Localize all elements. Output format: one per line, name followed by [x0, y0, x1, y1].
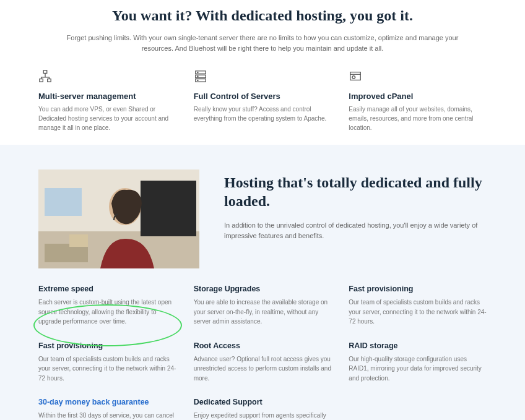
svg-point-6 [197, 72, 198, 72]
top-features-row: Multi-server management You can add more… [38, 69, 487, 132]
feature-desc: Within the first 30 days of service, you… [38, 411, 176, 420]
section2-subtitle: In addition to the unrivaled control of … [224, 220, 487, 241]
hero-title: You want it? With dedicated hosting, you… [38, 7, 487, 24]
feature-money-back: 30-day money back guarantee Within the f… [38, 398, 176, 420]
feature-fast-provisioning-2: Fast provisioning Our team of specialist… [38, 341, 176, 384]
feature-desc: Advance user? Optional full root access … [194, 354, 332, 384]
section-dedicated: Hosting that's totally dedicated and ful… [0, 145, 525, 420]
feature-extreme-speed: Extreme speed Each server is custom-buil… [38, 285, 176, 327]
feature-root-access: Root Access Advance user? Optional full … [194, 341, 332, 384]
top-feature: Improved cPanel Easily manage all of you… [349, 69, 487, 132]
feature-desc: Our high-quality storage configuration u… [349, 354, 487, 384]
svg-rect-14 [141, 181, 196, 236]
feature-desc: Our team of specialists custom builds an… [349, 298, 487, 327]
svg-point-7 [197, 76, 198, 77]
feature-title: RAID storage [349, 341, 487, 350]
server-icon [194, 69, 332, 85]
feature-storage-upgrades: Storage Upgrades You are able to increas… [194, 285, 332, 327]
feature-desc: You are able to increase the available s… [194, 298, 332, 327]
svg-rect-2 [48, 79, 51, 82]
svg-point-10 [352, 76, 355, 79]
feature-raid-storage: RAID storage Our high-quality storage co… [349, 341, 487, 384]
svg-rect-1 [40, 79, 43, 82]
feature-dedicated-support: Dedicated Support Enjoy expedited suppor… [194, 398, 332, 420]
top-feature-title: Multi-server management [38, 92, 176, 101]
hero-photo [38, 169, 199, 268]
svg-point-8 [197, 80, 198, 80]
feature-title: Storage Upgrades [194, 285, 332, 293]
feature-desc: Enjoy expedited support from agents spec… [194, 411, 332, 420]
feature-title: Extreme speed [38, 285, 176, 293]
feature-title: Fast provisioning [38, 341, 176, 350]
svg-rect-13 [45, 188, 82, 216]
top-feature-desc: You can add more VPS, or even Shared or … [38, 105, 176, 132]
feature-title: Dedicated Support [194, 398, 332, 406]
feature-title: Root Access [194, 341, 332, 350]
section2-title: Hosting that's totally dedicated and ful… [224, 173, 487, 210]
network-icon [38, 69, 176, 85]
cpanel-icon [349, 69, 487, 85]
features-grid: Extreme speed Each server is custom-buil… [38, 285, 487, 420]
feature-desc: Our team of specialists custom builds an… [38, 354, 176, 384]
top-feature-desc: Really know your stuff? Access and contr… [194, 105, 332, 123]
hero-subtitle: Forget pushing limits. With your own sin… [52, 33, 473, 53]
top-feature: Multi-server management You can add more… [38, 69, 176, 132]
top-feature-title: Full Control of Servers [194, 92, 332, 101]
svg-rect-9 [350, 72, 361, 80]
feature-title-link[interactable]: 30-day money back guarantee [38, 398, 176, 406]
svg-rect-17 [69, 234, 88, 247]
feature-fast-provisioning: Fast provisioning Our team of specialist… [349, 285, 487, 327]
feature-desc: Each server is custom-built using the la… [38, 298, 176, 327]
feature-title: Fast provisioning [349, 285, 487, 293]
top-feature: Full Control of Servers Really know your… [194, 69, 332, 132]
svg-rect-0 [43, 71, 47, 74]
top-feature-desc: Easily manage all of your websites, doma… [349, 105, 487, 132]
top-feature-title: Improved cPanel [349, 92, 487, 101]
